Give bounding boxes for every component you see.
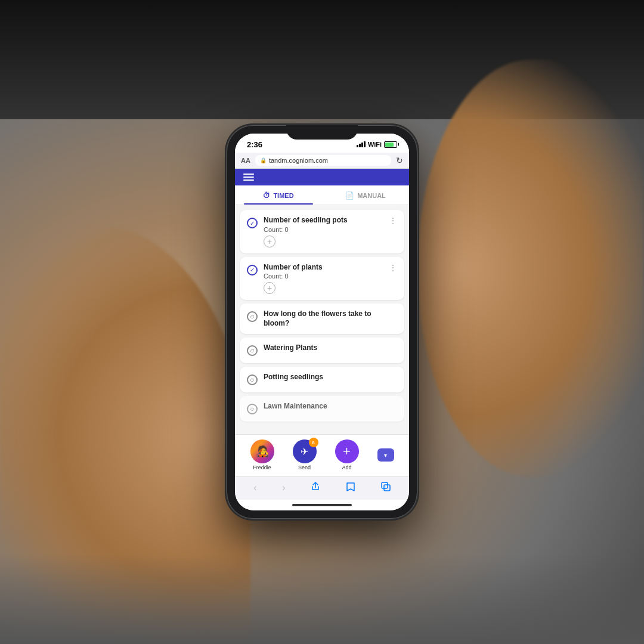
task-card-num-plants[interactable]: ✓ Number of plants Count: 0 + ⋮ <box>240 257 404 301</box>
task-content-watering-plants: Watering Plants <box>264 343 398 353</box>
safari-navigation: ‹ › <box>235 476 409 500</box>
home-bar <box>292 504 352 506</box>
task-more-button-num-plants[interactable]: ⋮ <box>388 263 398 273</box>
task-content-seedling-pots: Number of seedling pots Count: 0 + <box>264 216 383 247</box>
tab-manual[interactable]: 📄 MANUAL <box>322 185 409 205</box>
task-title-lawn-maintenance: Lawn Maintenance <box>264 402 398 411</box>
battery-icon <box>384 141 397 148</box>
task-add-button-num-plants[interactable]: + <box>264 282 275 294</box>
toolbar-chevron-button[interactable]: ▾ <box>377 448 394 462</box>
lock-icon: 🔒 <box>260 157 267 163</box>
back-button[interactable]: ‹ <box>250 481 260 494</box>
send-icon: ✈ 8 <box>293 439 317 463</box>
timer-circle-icon-3: ⏱ <box>247 311 258 322</box>
task-icon-check: ✓ <box>246 216 259 230</box>
add-label: Add <box>342 465 351 470</box>
task-title-seedling-pots: Number of seedling pots <box>264 216 383 225</box>
task-title-num-plants: Number of plants <box>264 263 383 273</box>
task-title-flowers: How long do the flowers take to bloom? <box>264 309 398 328</box>
task-content-flowers: How long do the flowers take to bloom? <box>264 309 398 328</box>
battery-fill <box>385 143 394 147</box>
task-content-num-plants: Number of plants Count: 0 + <box>264 263 383 295</box>
content-area: ✓ Number of seedling pots Count: 0 + ⋮ ✓ <box>235 205 409 434</box>
manual-tab-icon: 📄 <box>345 191 354 200</box>
task-content-potting-seedlings: Potting seedlings <box>264 373 398 382</box>
share-button[interactable] <box>307 481 324 495</box>
browser-bar: AA 🔒 tandm.cogniom.com ↻ <box>235 153 409 169</box>
toolbar-main: 🧑‍🎤 Freddie ✈ 8 Send + Add <box>241 439 403 470</box>
tabs-bar: ⏱ TIMED 📄 MANUAL <box>235 185 409 205</box>
timer-circle-icon-4: ⏱ <box>247 345 258 356</box>
chevron-down-icon: ▾ <box>384 452 387 459</box>
bg-bottom-overlay <box>0 555 644 644</box>
notch <box>286 125 358 140</box>
task-actions-num-plants: ⋮ <box>388 263 398 273</box>
task-more-button-seedling-pots[interactable]: ⋮ <box>388 216 398 225</box>
task-icon-check-2: ✓ <box>246 264 259 277</box>
task-add-button-seedling-pots[interactable]: + <box>264 236 275 247</box>
timer-circle-icon-5: ⏱ <box>247 374 258 385</box>
hands-right <box>417 60 644 477</box>
task-card-seedling-pots[interactable]: ✓ Number of seedling pots Count: 0 + ⋮ <box>240 210 404 253</box>
add-icon: + <box>335 439 359 463</box>
timed-tab-label: TIMED <box>273 192 293 199</box>
check-circle-icon-2: ✓ <box>247 265 258 275</box>
task-card-flowers[interactable]: ⏱ How long do the flowers take to bloom? <box>240 304 404 334</box>
url-text: tandm.cogniom.com <box>269 157 328 164</box>
task-card-lawn-maintenance[interactable]: ⏱ Lawn Maintenance <box>240 396 404 422</box>
app-header <box>235 169 409 185</box>
timer-circle-icon-6: ⏱ <box>247 404 258 414</box>
task-icon-timer-3: ⏱ <box>246 310 259 323</box>
home-indicator <box>235 500 409 510</box>
send-label: Send <box>298 465 311 470</box>
status-time: 2:36 <box>247 140 262 149</box>
task-actions-seedling-pots: ⋮ <box>388 216 398 225</box>
task-icon-timer-4: ⏱ <box>246 344 259 357</box>
task-card-potting-seedlings[interactable]: ⏱ Potting seedlings <box>240 367 404 392</box>
check-circle-icon: ✓ <box>247 218 258 228</box>
wifi-icon: WiFi <box>368 141 382 148</box>
signal-bars-icon <box>357 141 366 147</box>
reload-button[interactable]: ↻ <box>396 156 403 165</box>
freddie-avatar: 🧑‍🎤 <box>250 439 274 463</box>
bottom-toolbar: 🧑‍🎤 Freddie ✈ 8 Send + Add <box>235 434 409 476</box>
task-icon-timer-5: ⏱ <box>246 373 259 386</box>
phone-device: 2:36 WiFi AA � <box>227 125 417 519</box>
status-icons: WiFi <box>357 141 397 148</box>
toolbar-send-button[interactable]: ✈ 8 Send <box>293 439 317 470</box>
toolbar-freddie-button[interactable]: 🧑‍🎤 Freddie <box>250 439 274 470</box>
task-title-watering-plants: Watering Plants <box>264 343 398 353</box>
task-subtitle-num-plants: Count: 0 <box>264 273 383 280</box>
browser-url-field[interactable]: 🔒 tandm.cogniom.com <box>255 155 391 166</box>
task-icon-timer-6: ⏱ <box>246 402 259 416</box>
phone-shell: 2:36 WiFi AA � <box>227 125 417 519</box>
timed-tab-icon: ⏱ <box>263 191 270 200</box>
tab-timed[interactable]: ⏱ TIMED <box>235 185 322 205</box>
send-badge: 8 <box>309 438 318 447</box>
manual-tab-label: MANUAL <box>357 192 386 199</box>
browser-aa-button[interactable]: AA <box>241 157 250 164</box>
toolbar-add-button[interactable]: + Add <box>335 439 359 470</box>
task-card-watering-plants[interactable]: ⏱ Watering Plants <box>240 338 404 363</box>
forward-button[interactable]: › <box>278 481 289 494</box>
phone-screen: 2:36 WiFi AA � <box>235 134 409 510</box>
freddie-label: Freddie <box>253 465 271 470</box>
task-content-lawn-maintenance: Lawn Maintenance <box>264 402 398 411</box>
tabs-button[interactable] <box>377 481 394 495</box>
bookmarks-button[interactable] <box>342 481 359 495</box>
task-title-potting-seedlings: Potting seedlings <box>264 373 398 382</box>
task-subtitle-seedling-pots: Count: 0 <box>264 226 383 233</box>
hamburger-menu-button[interactable] <box>243 174 254 181</box>
